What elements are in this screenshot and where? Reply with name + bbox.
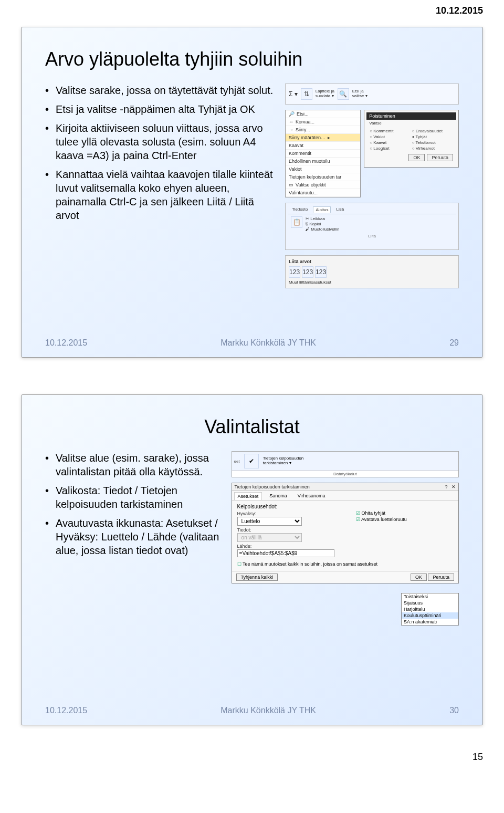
ribbon-fragment: Σ ▾ ⇅ Lajittele jasuodata ▾ 🔍 Etsi javal… xyxy=(285,84,459,105)
validation-section-label: Kelpoisuusehdot: xyxy=(237,504,453,509)
slide1-bullets: Valitse sarake, jossa on täytettävät tyh… xyxy=(45,84,275,288)
bullet: Kannattaa vielä vaihtaa kaavojen tilalle… xyxy=(45,168,275,222)
source-input[interactable] xyxy=(237,549,335,557)
slide2-screenshots: eet ✔ Tietojen kelpoisuudentarkistaminen… xyxy=(232,451,459,626)
data-validation-ribbon: eet ✔ Tietojen kelpoisuudentarkistaminen… xyxy=(232,451,459,477)
menu-item[interactable]: Kommentit xyxy=(286,150,360,158)
dialog-section: Valitse xyxy=(366,120,456,127)
menu-item[interactable]: Tietojen kelpoisuuden tar xyxy=(286,173,360,181)
find-select-label2: valitse ▾ xyxy=(352,94,368,99)
tab-file[interactable]: Tiedosto xyxy=(290,206,310,213)
slide-number: 29 xyxy=(449,338,459,348)
radio-option[interactable]: Loogiset xyxy=(370,146,411,151)
bullet: Valikosta: Tiedot / Tietojen kelpoisuude… xyxy=(45,484,221,511)
footer-author: Markku Könkkölä JY THK xyxy=(220,706,316,715)
slide1-title: Arvo yläpuolelta tyhjiin soluihin xyxy=(45,48,459,70)
slide-number: 30 xyxy=(449,706,459,715)
radio-option[interactable]: Kaavat xyxy=(370,140,411,145)
menu-item[interactable]: ↔Korvaa... xyxy=(286,118,360,126)
footer-author: Markku Könkkölä JY THK xyxy=(220,338,316,348)
slide1-screenshots: Σ ▾ ⇅ Lajittele jasuodata ▾ 🔍 Etsi javal… xyxy=(285,84,459,288)
slide2-title: Valintalistat xyxy=(45,416,459,438)
cancel-button[interactable]: Peruuta xyxy=(428,574,454,581)
goto-special-dialog: Poistuminen Valitse Kommentit Eroavaisuu… xyxy=(364,110,459,168)
paste-more-label: Muut liittämisasetukset xyxy=(288,279,456,286)
dv-label2: tarkistaminen ▾ xyxy=(263,461,304,466)
radio-option-blanks[interactable]: Tyhjät xyxy=(412,134,453,139)
document-header-date: 10.12.2015 xyxy=(0,0,504,16)
radio-option[interactable]: Tekstiarvot xyxy=(412,140,453,145)
radio-option[interactable]: Eroavaisuudet xyxy=(412,129,453,133)
list-item-selected[interactable]: Koulutuspäiminäri xyxy=(402,612,458,619)
paste-options-popout: Liitä arvot 123 123 123 Muut liittämisas… xyxy=(285,255,459,288)
paste-values-header: Liitä arvot xyxy=(288,258,456,265)
sort-filter-label2: suodata ▾ xyxy=(316,94,334,99)
source-label: Lähde: xyxy=(237,544,345,549)
dialog-title: Tietojen kelpoisuuden tarkistaminen xyxy=(235,484,310,489)
bullet: Valitse alue (esim. sarake), jossa valin… xyxy=(45,451,221,478)
clipboard-group-label: Liitä xyxy=(288,234,456,238)
radio-option[interactable]: Virhearvot xyxy=(412,146,453,151)
clear-all-button[interactable]: Tyhjennä kaikki xyxy=(236,574,278,581)
tab-message[interactable]: Sanoma xyxy=(266,492,290,500)
list-item[interactable]: SA:n akatemiati xyxy=(402,619,458,625)
footer-date: 10.12.2015 xyxy=(45,338,87,348)
cursor-icon: ▸ xyxy=(328,135,330,140)
list-item[interactable]: Sijaisuus xyxy=(402,600,458,606)
ignore-blank-checkbox[interactable]: Ohita tyhjät xyxy=(356,510,453,516)
bullet: Etsi ja valitse -näppäimen alta Tyhjät j… xyxy=(45,102,275,116)
tab-insert[interactable]: Lisä xyxy=(334,206,346,213)
find-select-menu: 🔎Etsi... ↔Korvaa... →Siirry... Siirry mä… xyxy=(285,110,361,197)
menu-item[interactable]: Vakiot xyxy=(286,165,360,173)
home-ribbon-clipboard: Tiedosto Aloitus Lisä 📋 ✂ Leikkaa ⎘ Kopi… xyxy=(285,203,459,250)
menu-item[interactable]: Valintaruutu... xyxy=(286,189,360,197)
ok-button[interactable]: OK xyxy=(408,154,425,161)
apply-all-checkbox[interactable]: Tee nämä muutokset kaikkiin soluihin, jo… xyxy=(237,561,453,567)
data-validation-dialog: Tietojen kelpoisuuden tarkistaminen ? ✕ … xyxy=(232,483,459,583)
radio-option[interactable]: Vakiot xyxy=(370,134,411,139)
dropdown-checkbox[interactable]: Avattava luetteloruutu xyxy=(356,517,453,522)
paste-values-transpose-icon[interactable]: 123 xyxy=(315,266,327,278)
tab-settings[interactable]: Asetukset xyxy=(234,492,262,500)
slide-2: Valintalistat Valitse alue (esim. sarake… xyxy=(21,394,483,725)
format-painter-label[interactable]: 🖌 Muotoilusivellin xyxy=(306,227,339,232)
paste-values-format-icon[interactable]: 123 xyxy=(302,266,313,278)
copy-label[interactable]: ⎘ Kopioi xyxy=(306,222,339,226)
data-tools-group-label: Datatyökalut xyxy=(232,471,458,477)
data-label: Tiedot: xyxy=(237,527,345,533)
menu-item[interactable]: Ehdollinen muotoilu xyxy=(286,158,360,165)
data-select: on välillä xyxy=(237,533,302,542)
footer-date: 10.12.2015 xyxy=(45,706,87,715)
sort-icon: ⇅ xyxy=(301,88,312,100)
list-item[interactable]: Toistaiseksi xyxy=(402,593,458,600)
paste-values-icon[interactable]: 123 xyxy=(289,266,300,278)
find-select-icon: 🔍 xyxy=(338,88,349,100)
dialog-help-close[interactable]: ? ✕ xyxy=(445,484,456,489)
slide-2-container: Valintalistat Valitse alue (esim. sarake… xyxy=(0,384,504,736)
cancel-button[interactable]: Peruuta xyxy=(427,154,453,161)
menu-item[interactable]: Kaavat xyxy=(286,142,360,150)
allow-label: Hyväksy: xyxy=(237,511,345,516)
slide-1-container: Arvo yläpuolelta tyhjiin soluihin Valits… xyxy=(0,16,504,368)
cut-label[interactable]: ✂ Leikkaa xyxy=(306,216,339,221)
list-item[interactable]: Harjoittelu xyxy=(402,606,458,612)
tab-error[interactable]: Virhesanoma xyxy=(295,492,329,500)
document-page-number: 15 xyxy=(0,752,504,773)
tab-home[interactable]: Aloitus xyxy=(313,206,331,213)
bullet: Kirjoita aktiiviseen soluun viittaus, jo… xyxy=(45,121,275,162)
slide2-bullets: Valitse alue (esim. sarake), jossa valin… xyxy=(45,451,221,626)
radio-option[interactable]: Kommentit xyxy=(370,129,411,133)
menu-item[interactable]: 🔎Etsi... xyxy=(286,110,360,118)
menu-item-goto-special[interactable]: Siirry määräten… ▸ xyxy=(286,134,360,142)
bullet: Valitse sarake, jossa on täytettävät tyh… xyxy=(45,84,275,97)
menu-item[interactable]: ▭Valitse objektit xyxy=(286,181,360,189)
dialog-title: Poistuminen xyxy=(366,112,456,120)
paste-icon[interactable]: 📋 xyxy=(291,216,302,228)
menu-item[interactable]: →Siirry... xyxy=(286,126,360,134)
slide-1: Arvo yläpuolelta tyhjiin soluihin Valits… xyxy=(21,27,483,358)
ok-button[interactable]: OK xyxy=(411,574,427,581)
bullet: Avautuvasta ikkunasta: Asetukset / Hyväk… xyxy=(45,516,221,557)
data-validation-icon[interactable]: ✔ xyxy=(244,454,259,468)
allow-select[interactable]: Luettelo xyxy=(237,517,302,526)
cell-dropdown-list[interactable]: Toistaiseksi Sijaisuus Harjoittelu Koulu… xyxy=(401,593,459,626)
